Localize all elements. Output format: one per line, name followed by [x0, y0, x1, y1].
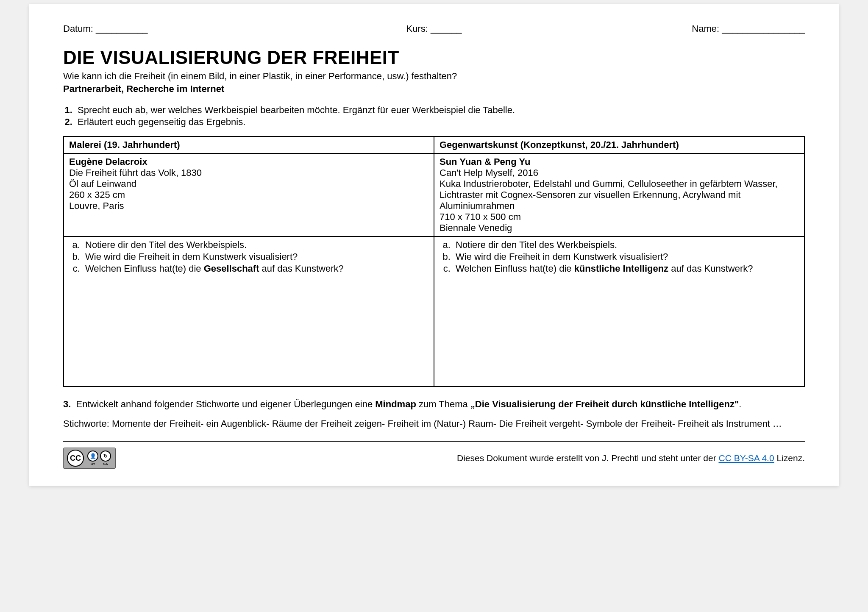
- task-3-num: 3.: [63, 399, 71, 409]
- name-field[interactable]: Name: ________________: [558, 23, 805, 34]
- task-1-text: Sprecht euch ab, wer welches Werkbeispie…: [78, 105, 515, 115]
- col1-medium: Öl auf Leinwand: [69, 178, 428, 189]
- col2-dims: 710 x 710 x 500 cm: [440, 211, 799, 223]
- comparison-table: Malerei (19. Jahrhundert) Gegenwartskuns…: [63, 136, 805, 387]
- col1-work: Die Freiheit führt das Volk, 1830: [69, 167, 428, 178]
- col2-q-c: Welchen Einfluss hat(te) die künstliche …: [453, 263, 799, 274]
- worksheet-page: Datum: __________ Kurs: ______ Name: ___…: [29, 4, 839, 486]
- col2-medium: Kuka Industrieroboter, Edelstahl und Gum…: [440, 178, 799, 211]
- task-list: Sprecht euch ab, wer welches Werkbeispie…: [63, 105, 805, 128]
- col1-questions: Notiere dir den Titel des Werkbeispiels.…: [69, 239, 428, 274]
- col1-artist: Eugène Delacroix: [69, 156, 428, 167]
- instruction-bold: Partnerarbeit, Recherche im Internet: [63, 83, 805, 95]
- col2-questions: Notiere dir den Titel des Werkbeispiels.…: [440, 239, 799, 274]
- course-field[interactable]: Kurs: ______: [310, 23, 557, 34]
- col2-q-a: Notiere dir den Titel des Werkbeispiels.: [453, 239, 799, 250]
- sa-icon: ↻ SA: [100, 451, 111, 466]
- task-2: Erläutert euch gegenseitig das Ergebnis.: [75, 117, 805, 128]
- keywords-text: Stichworte: Momente der Freiheit- ein Au…: [63, 418, 805, 429]
- col2-q-b: Wie wird die Freiheit in dem Kunstwerk v…: [453, 251, 799, 262]
- task-3: 3. Entwickelt anhand folgender Stichwort…: [63, 399, 805, 410]
- footer: CC 👤 BY ↻ SA Dieses Dokument wurde erste…: [63, 448, 805, 469]
- task-2-text: Erläutert euch gegenseitig das Ergebnis.: [78, 117, 245, 127]
- col1-q-c: Welchen Einfluss hat(te) die Gesellschaf…: [83, 263, 428, 274]
- col1-header: Malerei (19. Jahrhundert): [64, 136, 434, 153]
- by-icon: 👤 BY: [87, 451, 98, 466]
- subtitle: Wie kann ich die Freiheit (in einem Bild…: [63, 71, 805, 82]
- task-1: Sprecht euch ab, wer welches Werkbeispie…: [75, 105, 805, 116]
- date-field[interactable]: Datum: __________: [63, 23, 310, 34]
- page-title: DIE VISUALISIERUNG DER FREIHEIT: [63, 47, 805, 68]
- col1-q-b: Wie wird die Freiheit in dem Kunstwerk v…: [83, 251, 428, 262]
- col2-artwork-cell: Sun Yuan & Peng Yu Can't Help Myself, 20…: [434, 153, 804, 236]
- col2-header: Gegenwartskunst (Konzeptkunst, 20./21. J…: [434, 136, 804, 153]
- col1-questions-cell: Notiere dir den Titel des Werkbeispiels.…: [64, 236, 434, 387]
- col2-questions-cell: Notiere dir den Titel des Werkbeispiels.…: [434, 236, 804, 387]
- header-row: Datum: __________ Kurs: ______ Name: ___…: [63, 23, 805, 34]
- license-link[interactable]: CC BY-SA 4.0: [718, 453, 774, 463]
- col1-dims: 260 x 325 cm: [69, 189, 428, 200]
- col2-work: Can't Help Myself, 2016: [440, 167, 799, 178]
- col2-location: Biennale Venedig: [440, 223, 799, 234]
- divider: [63, 441, 805, 442]
- col1-q-a: Notiere dir den Titel des Werkbeispiels.: [83, 239, 428, 250]
- cc-license-badge: CC 👤 BY ↻ SA: [63, 448, 116, 469]
- cc-icon: CC: [67, 450, 84, 467]
- footer-text: Dieses Dokument wurde erstellt von J. Pr…: [457, 453, 805, 463]
- col2-artist: Sun Yuan & Peng Yu: [440, 156, 799, 167]
- col1-location: Louvre, Paris: [69, 200, 428, 211]
- col1-artwork-cell: Eugène Delacroix Die Freiheit führt das …: [64, 153, 434, 236]
